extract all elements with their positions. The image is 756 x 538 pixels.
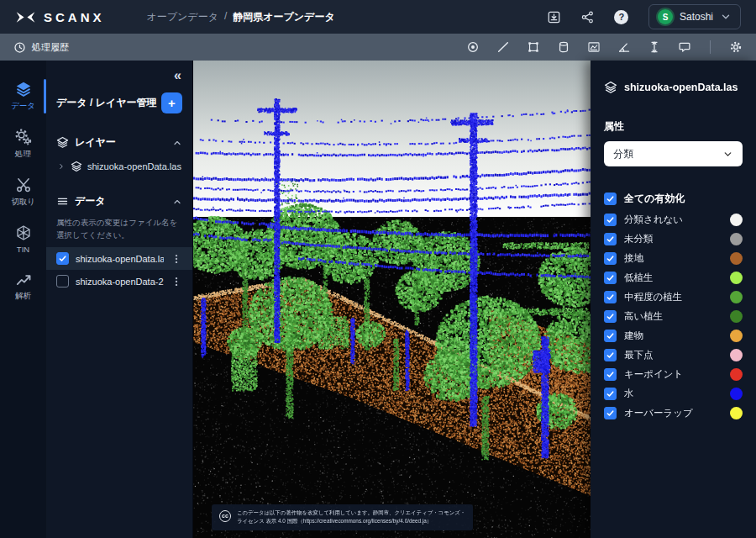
file-checkbox[interactable] — [56, 275, 69, 287]
scanx-logo-icon — [15, 10, 36, 24]
data-file-list: shizuoka-openData.lasshizuoka-openData-2… — [46, 247, 192, 293]
layers-icon — [604, 81, 617, 94]
class-label: 接地 — [624, 252, 643, 265]
top-actions: ? S Satoshi — [543, 4, 741, 29]
height-measure-tool-icon[interactable] — [648, 40, 661, 54]
attribute-select-value: 分類 — [613, 147, 633, 161]
chevron-right-icon[interactable] — [57, 162, 66, 171]
help-icon[interactable]: ? — [610, 5, 633, 29]
sidebar-item-label: 切取り — [11, 197, 35, 208]
user-avatar: S — [658, 9, 673, 24]
comment-tool-icon[interactable] — [678, 40, 691, 54]
class-checkbox[interactable] — [604, 388, 617, 400]
classification-row: 低植生 — [604, 268, 743, 287]
class-label: 高い植生 — [624, 310, 663, 323]
chevron-up-icon[interactable] — [172, 197, 182, 207]
classification-row: 最下点 — [604, 345, 743, 365]
sidebar-item-label: 解析 — [15, 291, 31, 302]
measure-tools — [466, 40, 743, 54]
layers-icon — [71, 161, 82, 172]
chevron-down-icon — [720, 11, 732, 23]
sidebar-item-tin[interactable]: TIN — [0, 216, 46, 262]
class-checkbox[interactable] — [604, 233, 617, 245]
class-checkbox[interactable] — [604, 310, 617, 323]
class-checkbox[interactable] — [604, 368, 617, 381]
layer-item-name: shizuoka-openData.las — [87, 161, 181, 171]
sidebar-item-analysis[interactable]: 解析 — [0, 262, 46, 310]
data-file-row[interactable]: shizuoka-openData-2.las — [46, 270, 192, 293]
sidebar-item-data[interactable]: データ — [0, 72, 46, 120]
attribute-panel: shizuoka-openData.las 属性 分類 全ての有効化 分類されな… — [591, 61, 756, 538]
class-color-dot — [730, 233, 743, 245]
processing-icon — [15, 129, 32, 145]
class-checkbox[interactable] — [604, 291, 617, 303]
file-name: shizuoka-openData.las — [76, 254, 164, 264]
settings-gear-icon[interactable] — [729, 40, 743, 54]
attribute-select[interactable]: 分類 — [604, 141, 743, 166]
class-label: 低植生 — [624, 272, 654, 284]
share-icon[interactable] — [576, 5, 600, 29]
logo-text: SCANX — [44, 10, 105, 24]
classification-row: 建物 — [604, 326, 743, 345]
layers-section-header[interactable]: レイヤー — [56, 135, 182, 150]
classification-row: 高い植生 — [604, 307, 743, 326]
layers-icon — [56, 136, 69, 149]
class-color-dot — [730, 272, 743, 284]
volume-measure-tool-icon[interactable] — [557, 40, 570, 54]
enable-all-label: 全ての有効化 — [624, 192, 685, 206]
chevron-up-icon[interactable] — [172, 138, 182, 148]
class-checkbox[interactable] — [604, 330, 617, 342]
data-file-row[interactable]: shizuoka-openData.las — [46, 247, 192, 270]
breadcrumb-separator: / — [224, 10, 227, 24]
pointcloud-canvas[interactable] — [193, 61, 591, 538]
enable-all-checkbox[interactable] — [604, 193, 617, 205]
history-button[interactable]: 処理履歴 — [13, 41, 69, 54]
data-section-header[interactable]: データ — [56, 194, 182, 208]
user-menu-button[interactable]: S Satoshi — [648, 4, 741, 29]
class-checkbox[interactable] — [604, 252, 617, 265]
sidebar-item-clip[interactable]: 切取り — [0, 168, 46, 216]
history-label: 処理履歴 — [32, 41, 69, 54]
breadcrumb-current: 静岡県オープンデータ — [233, 10, 334, 24]
download-icon[interactable] — [543, 5, 566, 29]
classification-row: 分類されない — [604, 210, 743, 229]
class-color-dot — [730, 388, 743, 400]
nav-sidebar: データ処理切取りTIN解析 — [0, 61, 46, 538]
add-data-button[interactable]: + — [161, 92, 182, 113]
file-checkbox[interactable] — [56, 252, 69, 265]
selected-file-header: shizuoka-openData.las — [604, 81, 743, 94]
angle-measure-tool-icon[interactable] — [617, 40, 631, 54]
panel-title: データ / レイヤー管理 — [56, 96, 156, 110]
attribute-label: 属性 — [604, 119, 743, 134]
point-annotation-tool-icon[interactable] — [466, 40, 480, 54]
toolbar-divider — [710, 40, 711, 54]
class-label: 分類されない — [624, 214, 683, 226]
enable-all-row: 全ての有効化 — [604, 192, 743, 206]
class-checkbox[interactable] — [604, 272, 617, 284]
attribution-text: このデータは以下の著作物を改変して利用しています。静岡市、クリエイティブ・コモン… — [237, 509, 465, 526]
3d-viewport: cc このデータは以下の著作物を改変して利用しています。静岡市、クリエイティブ・… — [193, 61, 591, 538]
collapse-panel-button[interactable]: « — [174, 68, 181, 83]
main-area: データ処理切取りTIN解析 « データ / レイヤー管理 + レイヤー shiz… — [0, 61, 756, 538]
class-label: 水 — [624, 388, 634, 400]
breadcrumb-parent[interactable]: オープンデータ — [147, 10, 218, 24]
class-checkbox[interactable] — [604, 349, 617, 361]
line-measure-tool-icon[interactable] — [496, 40, 510, 54]
top-bar: SCANX オープンデータ / 静岡県オープンデータ ? S Satoshi — [0, 0, 756, 34]
class-color-dot — [730, 330, 743, 342]
class-checkbox[interactable] — [604, 214, 617, 226]
class-checkbox[interactable] — [604, 407, 617, 419]
breadcrumb: オープンデータ / 静岡県オープンデータ — [147, 10, 335, 24]
layer-tree-item[interactable]: shizuoka-openData.las — [56, 161, 182, 172]
classification-row: 未分類 — [604, 229, 743, 249]
sidebar-item-processing[interactable]: 処理 — [0, 120, 46, 168]
kebab-menu-icon[interactable] — [171, 276, 182, 287]
app-logo[interactable]: SCANX — [15, 10, 105, 24]
analysis-icon — [15, 271, 32, 287]
user-name: Satoshi — [680, 11, 713, 23]
rect-select-tool-icon[interactable] — [527, 40, 540, 54]
tin-icon — [15, 224, 32, 241]
kebab-menu-icon[interactable] — [171, 253, 182, 265]
profile-section-tool-icon[interactable] — [587, 40, 601, 54]
attribution-line1: このデータは以下の著作物を改変して利用しています。静岡市、クリエイティブ・コモン… — [237, 509, 465, 518]
